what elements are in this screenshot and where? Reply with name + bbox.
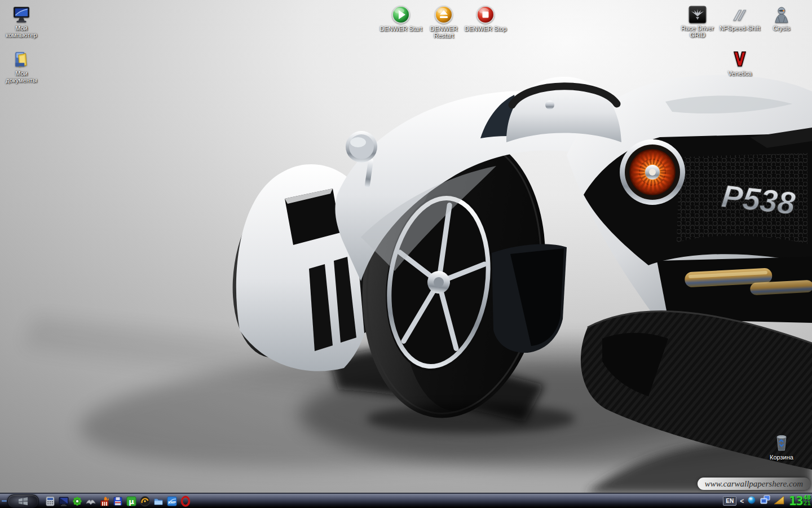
desktop-icon-label: Мой компьютер (0, 25, 43, 38)
crysis-icon (773, 2, 791, 24)
desktop-icon-label: Crysis (773, 25, 791, 32)
desktop-icon-label: Мои документы (0, 70, 43, 84)
desktop-icon-label: DENWER Start (379, 25, 422, 32)
desktop: P538 Мой компьютер (0, 0, 812, 493)
quick-launch-bar: µ KMP (44, 493, 192, 508)
desktop-icon-label: Корзина (770, 454, 793, 461)
display-icon[interactable] (58, 495, 70, 507)
aimp-icon[interactable] (139, 495, 151, 507)
venetica-icon (730, 47, 749, 69)
desktop-icon-denwer-restart[interactable]: DENWER Restart (422, 3, 465, 39)
desktop-icon-my-computer[interactable]: Мой компьютер (0, 2, 43, 38)
taskbar: µ KMP (0, 493, 812, 508)
wallpaper-car-image: P538 (0, 0, 812, 493)
desktop-icon-recycle-bin[interactable]: Корзина (760, 431, 803, 461)
start-button[interactable] (7, 494, 39, 508)
system-tray: EN < (723, 493, 811, 508)
denwer-start-icon (391, 3, 411, 24)
desktop-icon-crysis[interactable]: Crysis (760, 2, 803, 32)
wallpaper-watermark: www.carwallpapershere.com (698, 478, 810, 490)
desktop-icon-label: DENWER Stop (465, 25, 507, 32)
utorrent-icon[interactable]: µ (125, 495, 138, 507)
desktop-icon-denwer-start[interactable]: DENWER Start (376, 3, 426, 32)
kmplayer-icon[interactable]: KMP (166, 495, 178, 507)
desktop-icon-my-documents[interactable]: Мои документы (0, 47, 43, 84)
denwer-stop-icon (476, 3, 495, 24)
my-documents-icon (12, 47, 31, 69)
recycle-bin-icon (772, 431, 791, 453)
windows-flag-icon (18, 497, 28, 506)
opera-icon[interactable] (179, 495, 192, 507)
floppy-icon[interactable] (112, 495, 124, 507)
clock-seconds: 21 (804, 501, 811, 506)
calculator-icon[interactable] (44, 495, 56, 507)
clock-hours: 13 (789, 494, 803, 508)
desktop-icon-label: Race Driver GRID (676, 25, 719, 38)
desktop-icon-label: NFSpeed-Shift (720, 25, 760, 32)
wings-icon[interactable] (85, 495, 97, 507)
taskbar-clock[interactable]: 13 48 21 (789, 494, 811, 508)
my-computer-icon (12, 2, 31, 24)
language-indicator[interactable]: EN (723, 496, 736, 506)
svg-text:KMP: KMP (168, 500, 176, 503)
desktop-icon-label: Venetica (728, 70, 752, 77)
tray-sphere-icon[interactable] (747, 496, 756, 507)
nfspeed-shift-icon (730, 2, 750, 24)
folder-icon[interactable] (152, 495, 165, 507)
desktop-icon-venetica[interactable]: Venetica (718, 47, 761, 77)
race-driver-grid-icon (689, 2, 707, 24)
desktop-icon-label: DENWER Restart (422, 25, 465, 39)
volume-triangle-icon[interactable] (774, 496, 784, 507)
desktop-icon-nfspeed-shift[interactable]: NFSpeed-Shift (714, 2, 765, 32)
download-master-icon[interactable] (98, 495, 111, 507)
screen: P538 Мой компьютер (0, 0, 812, 508)
taskbar-edge-dash (2, 500, 7, 502)
svg-text:µ: µ (129, 497, 134, 506)
network-connection-icon[interactable] (760, 495, 770, 507)
tray-collapse-chevron-icon[interactable]: < (740, 497, 744, 505)
icq-icon[interactable] (71, 495, 83, 507)
desktop-icon-race-driver-grid[interactable]: Race Driver GRID (676, 2, 719, 38)
desktop-icon-denwer-stop[interactable]: DENWER Stop (460, 3, 511, 32)
denwer-restart-icon (434, 3, 453, 24)
